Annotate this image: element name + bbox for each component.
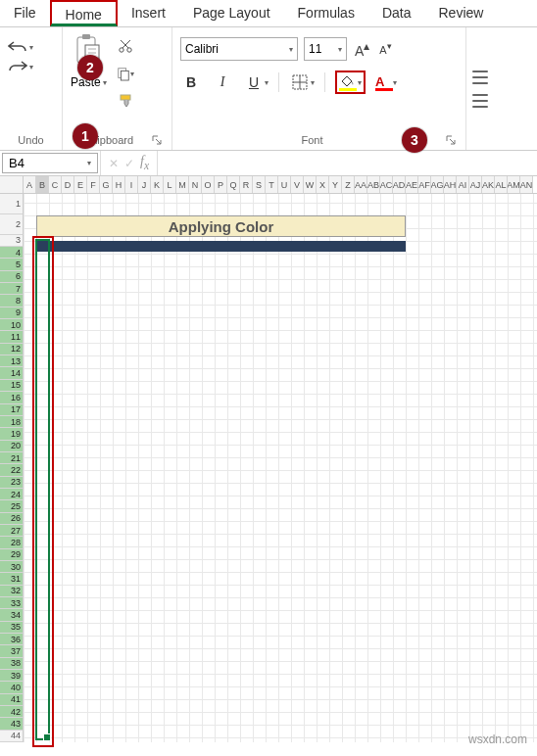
row-header-31[interactable]: 31 (0, 573, 24, 585)
row-header-13[interactable]: 13 (0, 355, 24, 367)
col-header-AF[interactable]: AF (418, 176, 431, 193)
col-header-AA[interactable]: AA (355, 176, 367, 193)
cancel-formula-icon[interactable]: ✕ (109, 157, 119, 170)
col-header-A[interactable]: A (24, 176, 36, 193)
col-header-P[interactable]: P (215, 176, 227, 193)
col-header-Y[interactable]: Y (329, 176, 342, 193)
row-header-22[interactable]: 22 (0, 464, 24, 476)
font-family-select[interactable]: Calibri ▾ (180, 37, 298, 61)
col-header-AB[interactable]: AB (367, 176, 380, 193)
row-header-23[interactable]: 23 (0, 477, 24, 489)
row-header-18[interactable]: 18 (0, 416, 24, 428)
col-header-C[interactable]: C (49, 176, 62, 193)
row-header-19[interactable]: 19 (0, 428, 24, 440)
col-header-AM[interactable]: AM (508, 176, 520, 193)
row-header-1[interactable]: 1 (0, 194, 24, 214)
font-dialog-launcher[interactable] (444, 133, 458, 147)
select-all-corner[interactable] (0, 176, 24, 193)
ribbon-overflow[interactable] (466, 27, 494, 150)
colored-bar-row[interactable] (36, 241, 406, 252)
row-header-39[interactable]: 39 (0, 670, 24, 682)
col-header-S[interactable]: S (253, 176, 266, 193)
bold-button[interactable]: B (180, 71, 202, 93)
row-header-25[interactable]: 25 (0, 500, 24, 512)
row-header-5[interactable]: 5 (0, 259, 24, 270)
italic-button[interactable]: I (212, 71, 233, 93)
enter-formula-icon[interactable]: ✓ (124, 157, 134, 170)
row-header-34[interactable]: 34 (0, 609, 24, 621)
col-header-Z[interactable]: Z (342, 176, 355, 193)
row-header-15[interactable]: 15 (0, 380, 24, 392)
row-header-16[interactable]: 16 (0, 392, 24, 403)
chevron-down-icon[interactable]: ▾ (265, 78, 268, 87)
col-header-X[interactable]: X (317, 176, 329, 193)
row-header-29[interactable]: 29 (0, 549, 24, 561)
decrease-font-button[interactable]: A▾ (377, 39, 393, 60)
chevron-down-icon[interactable]: ▾ (393, 78, 397, 87)
col-header-AH[interactable]: AH (444, 176, 457, 193)
col-header-M[interactable]: M (176, 176, 189, 193)
row-header-37[interactable]: 37 (0, 645, 24, 657)
row-header-32[interactable]: 32 (0, 586, 24, 597)
col-header-AJ[interactable]: AJ (469, 176, 482, 193)
col-header-B[interactable]: B (36, 176, 49, 193)
row-header-6[interactable]: 6 (0, 271, 24, 283)
row-header-10[interactable]: 10 (0, 319, 24, 331)
undo-button[interactable]: ▾ (8, 39, 54, 55)
col-header-Q[interactable]: Q (227, 176, 240, 193)
col-header-AE[interactable]: AE (406, 176, 418, 193)
row-header-3[interactable]: 3 (0, 235, 24, 247)
tab-insert[interactable]: Insert (118, 0, 179, 26)
col-header-D[interactable]: D (62, 176, 74, 193)
row-header-17[interactable]: 17 (0, 404, 24, 416)
col-header-H[interactable]: H (113, 176, 125, 193)
tab-home[interactable]: Home (50, 0, 118, 26)
col-header-AI[interactable]: AI (457, 176, 469, 193)
row-header-30[interactable]: 30 (0, 561, 24, 573)
col-header-N[interactable]: N (189, 176, 202, 193)
clipboard-dialog-launcher[interactable] (150, 133, 164, 147)
row-header-12[interactable]: 12 (0, 344, 24, 355)
row-header-20[interactable]: 20 (0, 441, 24, 452)
cells-area[interactable]: Applying Color (24, 194, 537, 742)
chevron-down-icon[interactable]: ▾ (311, 78, 315, 87)
col-header-AN[interactable]: AN (520, 176, 533, 193)
col-header-AK[interactable]: AK (482, 176, 495, 193)
row-header-33[interactable]: 33 (0, 597, 24, 609)
name-box[interactable]: B4 ▾ (2, 153, 98, 173)
row-header-36[interactable]: 36 (0, 634, 24, 645)
copy-button[interactable]: ▾ (117, 65, 134, 82)
col-header-R[interactable]: R (240, 176, 253, 193)
col-header-O[interactable]: O (202, 176, 215, 193)
font-color-button[interactable]: A (375, 74, 393, 90)
col-header-I[interactable]: I (125, 176, 138, 193)
col-header-AL[interactable]: AL (495, 176, 508, 193)
font-size-select[interactable]: 11 ▾ (304, 37, 347, 61)
col-header-AD[interactable]: AD (393, 176, 406, 193)
row-header-38[interactable]: 38 (0, 658, 24, 670)
cut-button[interactable] (117, 37, 134, 55)
row-header-41[interactable]: 41 (0, 694, 24, 706)
col-header-K[interactable]: K (151, 176, 164, 193)
format-painter-button[interactable] (117, 92, 134, 110)
tab-formulas[interactable]: Formulas (284, 0, 368, 26)
row-header-14[interactable]: 14 (0, 367, 24, 379)
tab-file[interactable]: File (0, 0, 50, 26)
col-header-J[interactable]: J (138, 176, 151, 193)
col-header-V[interactable]: V (291, 176, 304, 193)
tab-data[interactable]: Data (368, 0, 425, 26)
col-header-F[interactable]: F (87, 176, 100, 193)
fill-color-button[interactable]: ▾ (335, 71, 366, 94)
row-header-8[interactable]: 8 (0, 295, 24, 307)
row-header-24[interactable]: 24 (0, 489, 24, 500)
row-header-27[interactable]: 27 (0, 525, 24, 537)
chevron-down-icon[interactable]: ▾ (358, 78, 362, 87)
col-header-W[interactable]: W (304, 176, 317, 193)
formula-bar-input[interactable] (157, 151, 537, 175)
col-header-U[interactable]: U (278, 176, 291, 193)
title-cell[interactable]: Applying Color (36, 215, 406, 237)
tab-review[interactable]: Review (425, 0, 498, 26)
row-header-9[interactable]: 9 (0, 307, 24, 319)
col-header-G[interactable]: G (100, 176, 113, 193)
insert-function-button[interactable]: fx (140, 154, 149, 172)
